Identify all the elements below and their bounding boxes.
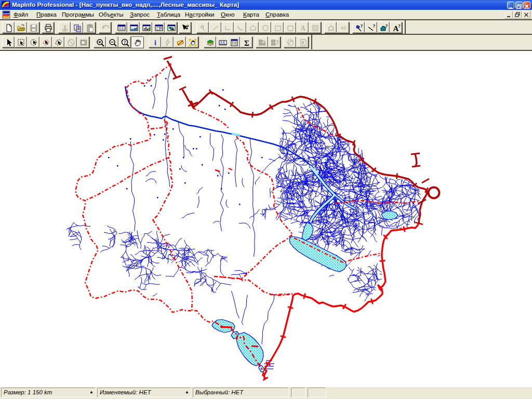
svg-text:Σ: Σ xyxy=(244,39,249,47)
svg-text:?: ? xyxy=(398,24,401,29)
svg-text:1 2: 1 2 xyxy=(220,41,225,44)
svg-text:?: ? xyxy=(385,24,388,29)
svg-text:A: A xyxy=(300,24,306,32)
svg-text:?: ? xyxy=(361,24,363,29)
svg-text:?: ? xyxy=(186,24,189,30)
svg-text:?: ? xyxy=(373,24,376,29)
svg-text:2: 2 xyxy=(277,40,279,44)
svg-text:?: ? xyxy=(124,39,126,45)
svg-text:i: i xyxy=(154,39,156,47)
